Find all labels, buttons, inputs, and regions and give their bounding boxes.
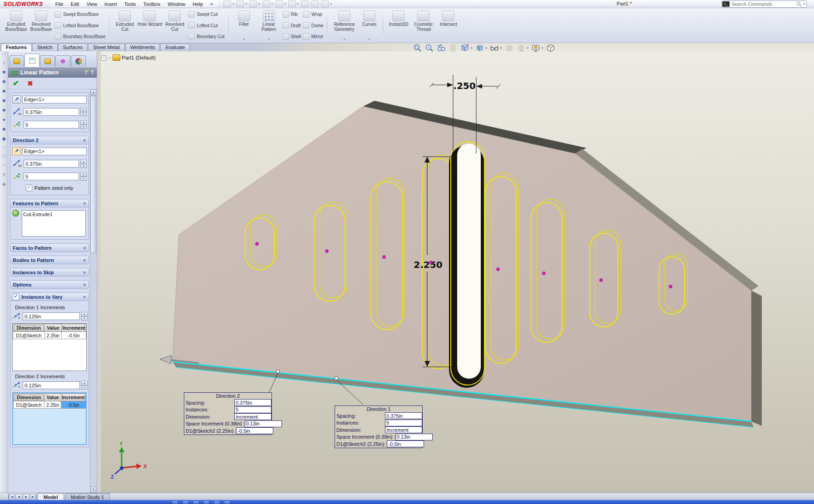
- tab-surfaces[interactable]: Surfaces: [58, 44, 88, 51]
- draft-button[interactable]: Draft: [282, 22, 301, 29]
- expand-chevron-icon[interactable]: »: [82, 258, 88, 261]
- part-tree-label[interactable]: Part1 (Default): [122, 55, 156, 60]
- dome-button[interactable]: Dome: [303, 22, 324, 29]
- value-cell[interactable]: 2.25in: [44, 332, 61, 339]
- column-header[interactable]: Dimension: [14, 394, 44, 401]
- tab-model[interactable]: Model: [38, 493, 64, 500]
- section-view-icon[interactable]: [449, 44, 458, 53]
- faces-to-pattern-header[interactable]: Faces to Pattern »: [10, 244, 89, 252]
- feature-tool-icon[interactable]: ●: [2, 117, 5, 122]
- increment-cell[interactable]: -0.5in: [62, 332, 86, 339]
- bodies-to-pattern-header[interactable]: Bodies to Pattern »: [10, 256, 89, 264]
- print-icon[interactable]: [262, 0, 270, 7]
- tab-dimxpert-manager[interactable]: ⊕: [55, 55, 70, 67]
- column-header[interactable]: Increment: [62, 324, 86, 332]
- chevron-down-icon[interactable]: ▾: [284, 2, 286, 6]
- chevron-down-icon[interactable]: ▾: [268, 38, 270, 41]
- curves-button[interactable]: Curves ▾: [358, 9, 380, 41]
- display-style-icon[interactable]: [475, 44, 484, 53]
- callout-value[interactable]: 5: [234, 406, 271, 413]
- apply-scene-icon[interactable]: [517, 44, 526, 53]
- feature-tool-icon[interactable]: ■: [2, 69, 5, 74]
- taskbar-item[interactable]: [173, 501, 178, 504]
- tab-sheet-metal[interactable]: Sheet Metal: [88, 44, 125, 51]
- menu-file[interactable]: File: [52, 1, 67, 7]
- features-to-pattern-header[interactable]: Features to Pattern «: [10, 199, 89, 208]
- tab-configuration-manager[interactable]: [40, 55, 55, 67]
- direction2-reference-button[interactable]: ↗: [12, 147, 21, 155]
- direction2-spacing-spinner[interactable]: ▲▼: [80, 159, 87, 168]
- swept-cut-button[interactable]: Swept Cut: [188, 11, 224, 18]
- dimension-cell[interactable]: D1@Sketch: [14, 401, 44, 409]
- revolved-boss-base-button[interactable]: Revolved Boss/Base: [29, 9, 54, 41]
- instant3d-button[interactable]: Instant3D: [386, 9, 411, 41]
- tab-features[interactable]: Features: [1, 44, 32, 51]
- mirror-button[interactable]: Mirror: [303, 33, 324, 40]
- shell-button[interactable]: Shell: [282, 33, 301, 40]
- tab-display-manager[interactable]: [71, 55, 86, 67]
- cosmetic-thread-button[interactable]: Cosmetic Thread: [411, 9, 436, 41]
- direction2-reference-field[interactable]: Edge<1>: [22, 148, 87, 155]
- 3d-drawing-view-icon[interactable]: [546, 44, 555, 53]
- menu-help[interactable]: Help: [189, 1, 207, 7]
- chevron-down-icon[interactable]: ▾: [500, 46, 502, 50]
- menu-tools[interactable]: Tools: [121, 1, 140, 7]
- direction2-instances-field[interactable]: 5: [24, 173, 79, 180]
- tab-weldments[interactable]: Weldments: [125, 44, 160, 51]
- direction1-reference-button[interactable]: ↗: [12, 95, 21, 104]
- open-document-icon[interactable]: [236, 0, 244, 7]
- callout-value[interactable]: -0.5in: [236, 427, 273, 434]
- tab-motion-study-1[interactable]: Motion Study 1: [65, 493, 110, 500]
- taskbar-item[interactable]: [214, 501, 219, 504]
- cancel-button[interactable]: ✖: [27, 79, 33, 88]
- chevron-down-icon[interactable]: ▾: [471, 46, 473, 50]
- lofted-cut-button[interactable]: Lofted Cut: [188, 22, 224, 29]
- callout-anchor-point[interactable]: [335, 376, 338, 380]
- direction1-spacing-field[interactable]: 0.375in: [24, 108, 79, 116]
- intersect-button[interactable]: Intersect: [436, 9, 461, 41]
- view-orientation-icon[interactable]: [460, 44, 469, 53]
- seed-cut-slot-face[interactable]: [457, 143, 481, 379]
- tree-expand-icon[interactable]: +: [101, 55, 106, 60]
- last-tab-icon[interactable]: ▶: [30, 494, 37, 499]
- taskbar-item[interactable]: [183, 501, 188, 504]
- ok-button[interactable]: ✔: [13, 79, 19, 88]
- tab-property-manager[interactable]: [25, 54, 39, 67]
- search-icon[interactable]: [796, 1, 802, 7]
- direction2-spacing-field[interactable]: 0.375in: [24, 160, 79, 168]
- chevron-down-icon[interactable]: ▾: [258, 2, 260, 6]
- search-input[interactable]: [730, 1, 796, 7]
- plate-right-face[interactable]: [751, 291, 762, 426]
- chevron-down-icon[interactable]: ▾: [527, 46, 529, 50]
- direction2-increment-field[interactable]: 0.125in: [23, 381, 80, 389]
- callout-value[interactable]: 5: [385, 420, 422, 426]
- undo-icon[interactable]: [275, 0, 283, 7]
- callout-value[interactable]: 0.13in: [245, 420, 282, 427]
- boundary-boss-base-button[interactable]: Boundary Boss/Base: [54, 33, 105, 40]
- feature-tool-icon[interactable]: ■: [2, 98, 5, 103]
- direction2-increments-table[interactable]: Dimension Value Increment D1@Sketch 2.25…: [12, 392, 87, 445]
- options-icon[interactable]: [321, 0, 329, 7]
- panel-scrollbar[interactable]: ▲ ▼: [90, 89, 96, 493]
- dimension-cell[interactable]: D1@Sketch: [13, 332, 45, 339]
- scroll-down-icon[interactable]: ▼: [90, 487, 96, 493]
- chevron-down-icon[interactable]: ▾: [330, 2, 332, 6]
- whats-wrong-help-icon[interactable]: ?: [84, 69, 88, 76]
- linear-pattern-button[interactable]: Linear Pattern ▾: [257, 9, 281, 41]
- first-tab-icon[interactable]: ◀: [8, 494, 15, 499]
- lofted-boss-base-button[interactable]: Lofted Boss/Base: [54, 22, 105, 29]
- direction2-instances-spinner[interactable]: ▲▼: [80, 172, 87, 181]
- callout-value[interactable]: 0.375in: [385, 412, 422, 419]
- hide-show-items-icon[interactable]: [490, 44, 499, 53]
- pattern-direction-arrowhead[interactable]: [160, 356, 172, 364]
- direction1-instances-field[interactable]: 5: [24, 121, 79, 128]
- menu-edit[interactable]: Edit: [67, 1, 83, 7]
- expand-chevron-icon[interactable]: »: [82, 283, 88, 286]
- next-tab-icon[interactable]: ▶: [23, 494, 30, 499]
- chevron-down-icon[interactable]: ▾: [271, 2, 273, 6]
- select-cursor-icon[interactable]: [288, 0, 296, 7]
- previous-tab-icon[interactable]: ◀: [15, 494, 22, 499]
- direction2-header[interactable]: Direction 2 «: [10, 136, 89, 144]
- boundary-cut-button[interactable]: Boundary Cut: [188, 33, 224, 40]
- menu-insert[interactable]: Insert: [101, 1, 121, 7]
